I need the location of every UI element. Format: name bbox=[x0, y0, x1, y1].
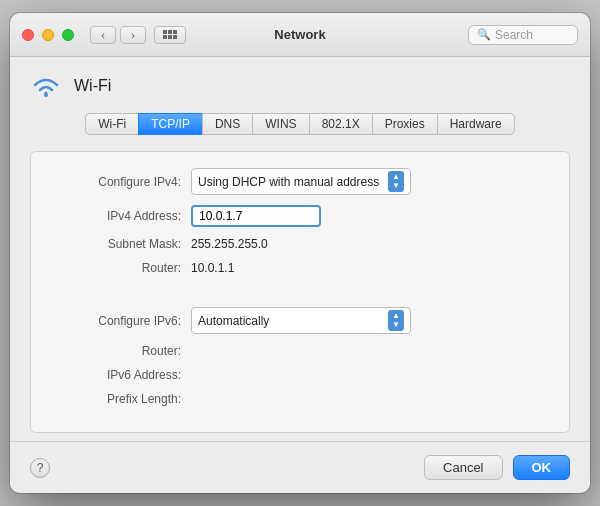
tab-dns[interactable]: DNS bbox=[202, 113, 252, 135]
grid-button[interactable] bbox=[154, 26, 186, 44]
form-separator bbox=[51, 285, 549, 297]
tab-proxies[interactable]: Proxies bbox=[372, 113, 437, 135]
traffic-lights bbox=[22, 29, 74, 41]
configure-ipv4-row: Configure IPv4: Using DHCP with manual a… bbox=[51, 168, 549, 195]
nav-buttons: ‹ › bbox=[90, 26, 146, 44]
footer: ? Cancel OK bbox=[10, 441, 590, 493]
tab-tcpip[interactable]: TCP/IP bbox=[138, 113, 202, 135]
ipv4-address-input[interactable] bbox=[191, 205, 321, 227]
wifi-label: Wi-Fi bbox=[74, 77, 111, 95]
grid-icon bbox=[163, 30, 177, 39]
subnet-mask-value: 255.255.255.0 bbox=[191, 237, 268, 251]
prefix-length-row: Prefix Length: bbox=[51, 392, 549, 406]
configure-ipv6-select[interactable]: Automatically ▲ ▼ bbox=[191, 307, 411, 334]
maximize-button[interactable] bbox=[62, 29, 74, 41]
router6-label: Router: bbox=[51, 344, 191, 358]
ipv4-address-row: IPv4 Address: bbox=[51, 205, 549, 227]
subnet-mask-row: Subnet Mask: 255.255.255.0 bbox=[51, 237, 549, 251]
select-arrows-ipv6-icon: ▲ ▼ bbox=[388, 310, 404, 331]
minimize-button[interactable] bbox=[42, 29, 54, 41]
ipv6-address-row: IPv6 Address: bbox=[51, 368, 549, 382]
configure-ipv4-value: Using DHCP with manual address bbox=[198, 175, 384, 189]
tab-hardware[interactable]: Hardware bbox=[437, 113, 515, 135]
search-box[interactable]: 🔍 Search bbox=[468, 25, 578, 45]
help-button[interactable]: ? bbox=[30, 458, 50, 478]
configure-ipv6-label: Configure IPv6: bbox=[51, 314, 191, 328]
ok-button[interactable]: OK bbox=[513, 455, 571, 480]
window-title: Network bbox=[274, 27, 325, 42]
prefix-length-label: Prefix Length: bbox=[51, 392, 191, 406]
search-placeholder: Search bbox=[495, 28, 533, 42]
tab-wins[interactable]: WINS bbox=[252, 113, 308, 135]
wifi-icon bbox=[30, 73, 62, 99]
router-label: Router: bbox=[51, 261, 191, 275]
svg-point-0 bbox=[44, 93, 48, 97]
close-button[interactable] bbox=[22, 29, 34, 41]
tabs-bar: Wi-Fi TCP/IP DNS WINS 802.1X Proxies Har… bbox=[30, 113, 570, 135]
router6-row: Router: bbox=[51, 344, 549, 358]
router-row: Router: 10.0.1.1 bbox=[51, 261, 549, 275]
configure-ipv6-row: Configure IPv6: Automatically ▲ ▼ bbox=[51, 307, 549, 334]
titlebar: ‹ › Network 🔍 Search bbox=[10, 13, 590, 57]
ipv4-address-label: IPv4 Address: bbox=[51, 209, 191, 223]
tab-wifi[interactable]: Wi-Fi bbox=[85, 113, 138, 135]
forward-button[interactable]: › bbox=[120, 26, 146, 44]
wifi-header: Wi-Fi bbox=[30, 73, 570, 99]
network-window: ‹ › Network 🔍 Search Wi-Fi bbox=[10, 13, 590, 493]
configure-ipv4-label: Configure IPv4: bbox=[51, 175, 191, 189]
search-icon: 🔍 bbox=[477, 28, 491, 41]
configure-ipv6-value: Automatically bbox=[198, 314, 384, 328]
footer-buttons: Cancel OK bbox=[424, 455, 570, 480]
tab-8021x[interactable]: 802.1X bbox=[309, 113, 372, 135]
router-value: 10.0.1.1 bbox=[191, 261, 234, 275]
configure-ipv4-select[interactable]: Using DHCP with manual address ▲ ▼ bbox=[191, 168, 411, 195]
subnet-mask-label: Subnet Mask: bbox=[51, 237, 191, 251]
ipv6-address-label: IPv6 Address: bbox=[51, 368, 191, 382]
select-arrows-icon: ▲ ▼ bbox=[388, 171, 404, 192]
back-button[interactable]: ‹ bbox=[90, 26, 116, 44]
form-area: Configure IPv4: Using DHCP with manual a… bbox=[30, 151, 570, 433]
content-area: Wi-Fi Wi-Fi TCP/IP DNS WINS 802.1X Proxi… bbox=[10, 57, 590, 433]
cancel-button[interactable]: Cancel bbox=[424, 455, 502, 480]
